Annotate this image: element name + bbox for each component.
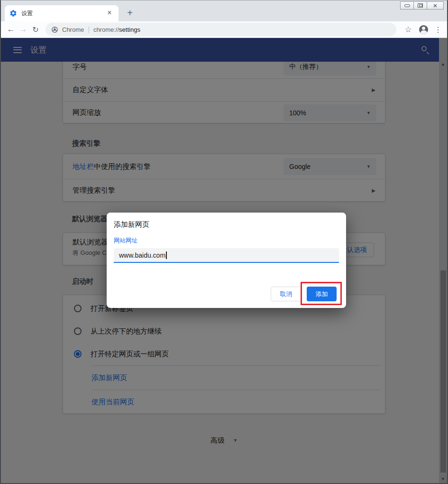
menu-kebab-icon[interactable]: ⋮	[433, 25, 443, 34]
maximize-icon	[418, 3, 423, 8]
site-url-value: www.baidu.com	[119, 251, 165, 259]
toolbar-actions: ☆ ⋮	[402, 25, 443, 35]
cancel-button[interactable]: 取消	[271, 287, 302, 301]
site-url-label: 网站网址	[114, 237, 339, 245]
tab-title: 设置	[21, 9, 105, 18]
url-scheme: chrome://	[93, 26, 119, 33]
bookmark-star-icon[interactable]: ☆	[402, 25, 414, 35]
url-separator: |	[88, 26, 90, 33]
browser-tab-settings[interactable]: 设置 ×	[5, 5, 119, 21]
address-bar[interactable]: Chrome | chrome://settings	[46, 23, 396, 36]
add-new-page-dialog: 添加新网页 网站网址 www.baidu.com 取消 添加	[107, 213, 346, 308]
tab-close-icon[interactable]: ×	[105, 9, 114, 18]
settings-gear-favicon	[9, 9, 17, 17]
text-cursor	[166, 251, 167, 259]
chrome-logo-icon	[51, 26, 58, 33]
profile-avatar-icon[interactable]	[419, 25, 428, 34]
window-minimize-button[interactable]	[400, 1, 414, 9]
url-product: Chrome	[62, 26, 84, 33]
close-icon: ×	[433, 2, 438, 9]
browser-window: 设置 × + × ← → ↻ Chrome | chrome://setting…	[0, 0, 448, 484]
url-path: settings	[119, 26, 140, 33]
window-close-button[interactable]: ×	[427, 1, 444, 9]
dialog-title: 添加新网页	[114, 220, 339, 229]
new-tab-button[interactable]: +	[123, 7, 137, 20]
tab-strip: 设置 × + ×	[1, 0, 447, 21]
window-maximize-button[interactable]	[413, 1, 427, 9]
add-button[interactable]: 添加	[307, 287, 337, 301]
settings-page: 设置 字号 中（推荐） ▼ 自定义字体 ▶ 网页缩放 100% ▼	[1, 38, 447, 483]
minimize-icon	[404, 4, 410, 7]
window-controls: ×	[401, 1, 444, 9]
site-url-input[interactable]: www.baidu.com	[114, 248, 339, 263]
back-icon[interactable]: ←	[5, 25, 17, 34]
forward-icon: →	[17, 25, 29, 34]
browser-toolbar: ← → ↻ Chrome | chrome://settings ☆ ⋮	[1, 21, 447, 38]
reload-icon[interactable]: ↻	[29, 25, 42, 34]
